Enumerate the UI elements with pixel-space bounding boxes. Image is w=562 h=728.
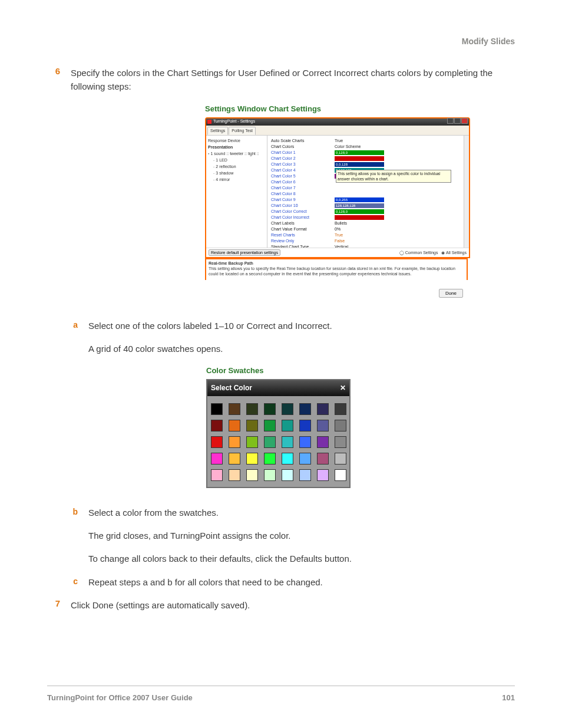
color-swatch[interactable]: [264, 436, 276, 448]
color-swatch[interactable]: [246, 420, 258, 431]
color-swatch[interactable]: [335, 420, 346, 431]
color-swatch[interactable]: [246, 453, 258, 465]
color-swatch[interactable]: [264, 420, 276, 431]
tab-settings[interactable]: Settings: [207, 127, 228, 136]
color-swatch[interactable]: [246, 436, 258, 448]
settings-row[interactable]: Chart Color 8: [271, 191, 461, 197]
color-swatch[interactable]: [246, 403, 258, 415]
settings-row[interactable]: Reset ChartsTrue: [271, 232, 461, 238]
done-button[interactable]: Done: [439, 289, 463, 298]
color-swatch[interactable]: [229, 436, 240, 448]
color-swatch[interactable]: [229, 420, 240, 431]
figure-color-swatches: Color Swatches Select Color ✕: [206, 365, 515, 488]
color-swatch[interactable]: [246, 469, 258, 481]
settings-radios[interactable]: ◯ Common Settings ◉ All Settings: [397, 250, 467, 256]
tab-polling-test[interactable]: Polling Test: [229, 127, 256, 136]
color-swatch[interactable]: [299, 469, 311, 481]
settings-tabs: SettingsPolling Test: [206, 126, 469, 136]
settings-row[interactable]: Chart Color Incorrect: [271, 215, 461, 220]
color-swatch[interactable]: [299, 403, 311, 415]
color-swatch[interactable]: [335, 403, 346, 415]
close-icon[interactable]: ✕: [340, 383, 346, 394]
settings-row[interactable]: Chart ColorsColor Scheme: [271, 144, 461, 150]
figure-settings-caption: Settings Window Chart Settings: [205, 103, 321, 115]
color-swatch[interactable]: [211, 436, 223, 448]
tooltip: This setting allows you to assign a spec…: [336, 170, 451, 183]
color-swatch[interactable]: [282, 453, 293, 465]
step-6-number: 6: [50, 66, 60, 598]
color-swatch[interactable]: [317, 469, 329, 481]
figure-swatches-caption: Color Swatches: [206, 365, 264, 377]
document-page: Modify Slides 6 Specify the colors in th…: [0, 0, 562, 728]
step-7: 7 Click Done (settings are automatically…: [50, 598, 515, 621]
settings-row[interactable]: Chart Color 90,0,255: [271, 197, 461, 203]
substep-a: a Select one of the colors labeled 1–10 …: [71, 319, 515, 506]
titlebar: TurningPoint - Settings: [206, 118, 469, 126]
restore-defaults-button[interactable]: Restore default presentation settings: [209, 249, 280, 256]
color-swatch[interactable]: [229, 469, 240, 481]
settings-row[interactable]: Standard Chart TypeVertical: [271, 244, 461, 248]
color-swatch[interactable]: [335, 436, 346, 448]
settings-row[interactable]: Chart Color 7: [271, 185, 461, 191]
color-swatch[interactable]: [335, 469, 346, 481]
section-header: Modify Slides: [462, 37, 515, 46]
color-swatch[interactable]: [264, 453, 276, 465]
settings-row[interactable]: Chart Color 10,128,0: [271, 150, 461, 156]
color-swatch[interactable]: [211, 453, 223, 465]
color-swatch[interactable]: [317, 420, 329, 431]
substep-c: c Repeat steps a and b for all colors th…: [71, 575, 515, 598]
settings-panel: Auto Scale ChartsTrueChart ColorsColor S…: [267, 136, 464, 248]
color-swatch[interactable]: [317, 436, 329, 448]
color-swatch[interactable]: [299, 420, 311, 431]
color-swatch[interactable]: [282, 469, 293, 481]
color-swatch[interactable]: [229, 403, 240, 415]
settings-row[interactable]: Chart Color 10128,128,128: [271, 203, 461, 209]
footer-title: TurningPoint for Office 2007 User Guide: [47, 693, 193, 702]
scrollbar[interactable]: [464, 136, 469, 248]
settings-tree[interactable]: Response Device Presentation ▪1 sound ::…: [206, 136, 267, 248]
color-swatch[interactable]: [335, 453, 346, 465]
settings-help-panel: Real-time Backup Path This setting allow…: [205, 258, 468, 280]
color-swatch[interactable]: [282, 403, 293, 415]
settings-row[interactable]: Review OnlyFalse: [271, 238, 461, 244]
page-footer: TurningPoint for Office 2007 User Guide …: [47, 686, 515, 702]
settings-row[interactable]: Auto Scale ChartsTrue: [271, 138, 461, 144]
color-swatch[interactable]: [282, 436, 293, 448]
settings-row[interactable]: Chart Value Format0%: [271, 226, 461, 232]
figure-settings-window: Settings Window Chart Settings TurningPo…: [205, 103, 515, 301]
swatch-title: Select Color: [211, 383, 252, 394]
color-swatch[interactable]: [211, 469, 223, 481]
settings-row[interactable]: Chart Color Correct0,128,0: [271, 209, 461, 215]
swatch-window: Select Color ✕: [206, 379, 351, 488]
body-content: 6 Specify the colors in the Chart Settin…: [50, 66, 515, 621]
color-swatch[interactable]: [264, 469, 276, 481]
color-swatch[interactable]: [299, 453, 311, 465]
substep-b: b Select a color from the swatches. The …: [71, 506, 515, 575]
swatch-grid[interactable]: [207, 396, 349, 487]
settings-row[interactable]: Chart Color 30,0,128: [271, 162, 461, 167]
color-swatch[interactable]: [317, 403, 329, 415]
color-swatch[interactable]: [264, 403, 276, 415]
color-swatch[interactable]: [211, 403, 223, 415]
step-6-text: Specify the colors in the Chart Settings…: [71, 66, 515, 598]
app-icon: [207, 120, 211, 124]
color-swatch[interactable]: [299, 436, 311, 448]
color-swatch[interactable]: [211, 420, 223, 431]
settings-row[interactable]: Chart Color 2: [271, 156, 461, 162]
settings-lower-bar: Restore default presentation settings ◯ …: [206, 248, 469, 257]
color-swatch[interactable]: [229, 453, 240, 465]
color-swatch[interactable]: [317, 453, 329, 465]
window-buttons[interactable]: [447, 118, 468, 126]
footer-page: 101: [502, 693, 515, 702]
step-6: 6 Specify the colors in the Chart Settin…: [50, 66, 515, 598]
settings-row[interactable]: Chart LabelsBullets: [271, 220, 461, 226]
color-swatch[interactable]: [282, 420, 293, 431]
settings-window-frame: TurningPoint - Settings SettingsPolling …: [205, 117, 470, 301]
